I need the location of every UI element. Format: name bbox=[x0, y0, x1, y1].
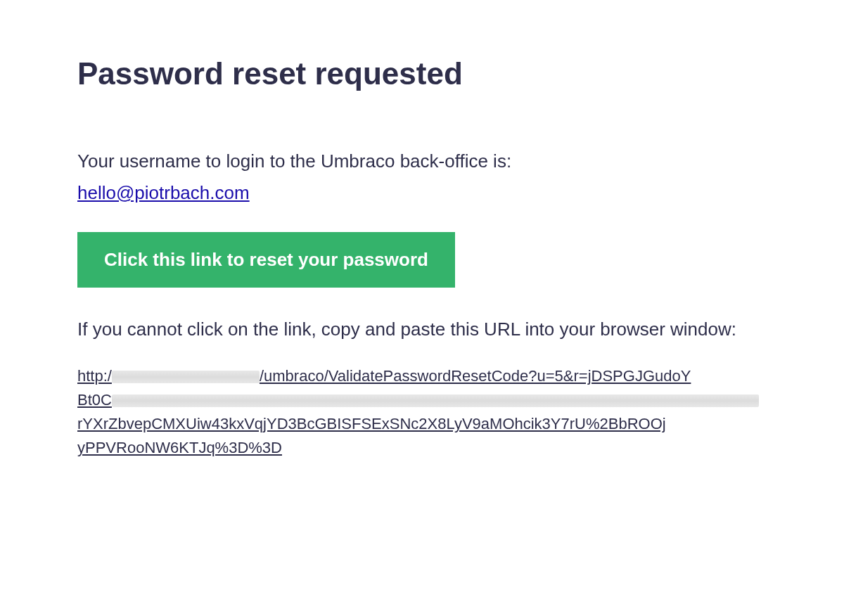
copy-url-instruction: If you cannot click on the link, copy an… bbox=[77, 316, 767, 343]
username-email-link[interactable]: hello@piotrbach.com bbox=[77, 182, 250, 204]
redacted-segment bbox=[112, 371, 260, 383]
url-text-part1-prefix: http:/ bbox=[77, 367, 112, 385]
reset-url-link[interactable]: http://umbraco/ValidatePasswordResetCode… bbox=[77, 364, 767, 460]
redacted-segment bbox=[112, 394, 759, 407]
page-title: Password reset requested bbox=[77, 56, 767, 91]
url-text-part1-suffix: /umbraco/ValidatePasswordResetCode?u=5&r… bbox=[260, 367, 691, 385]
url-text-part4: yPPVRooNW6KTJq%3D%3D bbox=[77, 439, 282, 456]
url-text-part3: rYXrZbvepCMXUiw43kxVqjYD3BcGBISFSExSNc2X… bbox=[77, 415, 666, 432]
reset-password-button[interactable]: Click this link to reset your password bbox=[77, 232, 455, 288]
url-text-part2-prefix: Bt0C bbox=[77, 391, 112, 409]
username-intro-text: Your username to login to the Umbraco ba… bbox=[77, 148, 767, 175]
